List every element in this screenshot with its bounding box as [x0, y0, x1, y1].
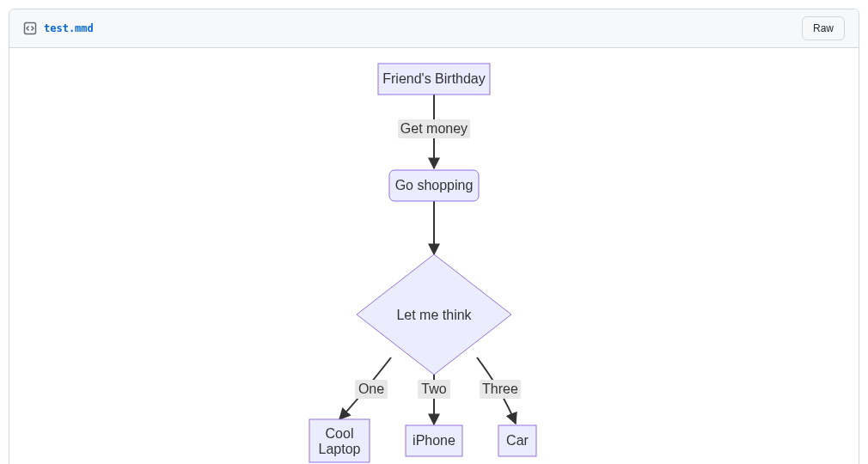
node-a-friends-birthday: Friend's Birthday — [378, 64, 490, 95]
edge-label-two: Two — [421, 382, 446, 396]
svg-text:Cool: Cool — [326, 426, 354, 441]
node-b-go-shopping: Go shopping — [389, 170, 479, 201]
edge-a-b: Get money — [398, 94, 470, 168]
file-panel: test.mmd Raw Get money One — [9, 9, 859, 464]
edge-c-f: Three — [477, 357, 521, 424]
filename-link[interactable]: test.mmd — [44, 22, 94, 34]
node-d-cool-laptop: Cool Laptop — [309, 419, 370, 462]
edge-c-e: Two — [418, 375, 450, 424]
file-info: test.mmd — [23, 21, 94, 35]
svg-text:Car: Car — [506, 433, 529, 448]
edge-c-d: One — [339, 357, 391, 419]
svg-text:iPhone: iPhone — [413, 433, 455, 448]
mermaid-diagram: Get money One Two Three — [159, 48, 709, 464]
svg-text:Go shopping: Go shopping — [395, 178, 474, 192]
svg-text:Laptop: Laptop — [319, 442, 361, 456]
svg-text:Let me think: Let me think — [396, 308, 472, 322]
node-f-car: Car — [498, 425, 536, 456]
edge-label-one: One — [358, 382, 384, 396]
svg-text:Friend's Birthday: Friend's Birthday — [382, 71, 486, 86]
node-c-let-me-think: Let me think — [357, 254, 511, 375]
node-e-iphone: iPhone — [406, 425, 462, 456]
file-body: Get money One Two Three — [9, 48, 859, 464]
edge-label-get-money: Get money — [400, 121, 468, 136]
edge-label-three: Three — [482, 382, 518, 396]
file-header: test.mmd Raw — [9, 9, 859, 48]
raw-button[interactable]: Raw — [802, 16, 845, 40]
code-square-icon — [23, 21, 37, 35]
